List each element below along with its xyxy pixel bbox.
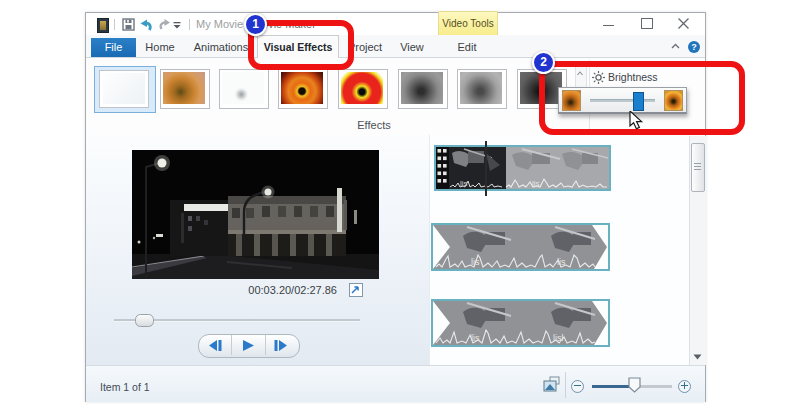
svg-text:lis: lis [532, 179, 540, 188]
svg-text:lis: lis [460, 179, 468, 188]
svg-text:lis: lis [471, 257, 480, 267]
svg-text:lisl: lisl [553, 333, 564, 343]
svg-text:lis: lis [471, 333, 480, 343]
svg-text:lis: lis [557, 257, 566, 267]
